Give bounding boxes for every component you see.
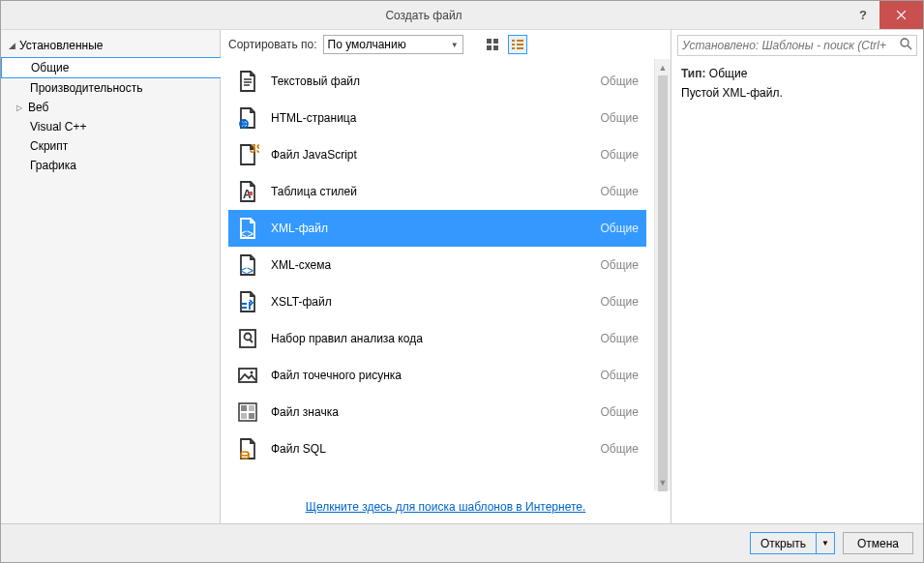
template-category: Общие xyxy=(601,369,639,382)
sidebar-item-4[interactable]: Скрипт xyxy=(1,136,220,156)
list-icon xyxy=(511,38,524,51)
svg-text:<>: <> xyxy=(240,264,253,277)
template-row[interactable]: Текстовый файлОбщие xyxy=(228,63,646,100)
scroll-down-button[interactable]: ▼ xyxy=(655,474,671,490)
svg-rect-4 xyxy=(512,40,515,42)
svg-rect-8 xyxy=(512,47,515,49)
file-html-icon xyxy=(236,106,259,130)
template-category: Общие xyxy=(601,258,639,272)
template-name: Файл SQL xyxy=(271,442,589,456)
template-name: Текстовый файл xyxy=(271,74,589,88)
file-rules-icon xyxy=(236,327,259,350)
template-category: Общие xyxy=(601,405,639,419)
sidebar-item-label: Производительность xyxy=(30,81,142,95)
details-description: Пустой XML-файл. xyxy=(681,86,913,100)
template-name: HTML-страница xyxy=(271,111,589,125)
svg-rect-3 xyxy=(493,45,498,50)
window-title: Создать файл xyxy=(1,9,847,22)
search-input[interactable] xyxy=(682,39,896,52)
help-button[interactable]: ? xyxy=(847,1,879,29)
sidebar-item-1[interactable]: Производительность xyxy=(1,78,220,98)
file-xml-icon: <> xyxy=(236,217,259,240)
template-category: Общие xyxy=(601,185,639,198)
open-button-label: Открыть xyxy=(751,533,816,553)
template-name: Файл значка xyxy=(271,405,589,419)
online-templates-link[interactable]: Щелкните здесь для поиска шаблонов в Инт… xyxy=(306,500,586,514)
template-category: Общие xyxy=(601,295,639,309)
svg-point-21 xyxy=(245,334,252,341)
template-row[interactable]: XSLT-файлОбщие xyxy=(228,283,646,320)
template-category: Общие xyxy=(601,442,639,456)
template-row[interactable]: AТаблица стилейОбщие xyxy=(228,173,646,210)
svg-rect-2 xyxy=(487,45,492,50)
scroll-up-button[interactable]: ▲ xyxy=(655,59,671,75)
file-sql-icon xyxy=(236,437,259,460)
template-name: XML-файл xyxy=(271,222,589,235)
template-name: XSLT-файл xyxy=(271,295,589,309)
svg-rect-29 xyxy=(249,413,254,419)
template-name: XML-схема xyxy=(271,258,589,272)
file-xslt-icon xyxy=(236,290,259,313)
template-name: Таблица стилей xyxy=(271,185,589,198)
template-row[interactable]: <>XML-файлОбщие xyxy=(228,210,646,247)
search-box[interactable] xyxy=(677,35,917,56)
template-row[interactable]: HTML-страницаОбщие xyxy=(228,100,646,136)
sidebar-item-2[interactable]: ▷Веб xyxy=(1,98,220,117)
svg-rect-9 xyxy=(517,47,523,49)
template-row[interactable]: <>XML-схемаОбщие xyxy=(228,247,646,283)
template-row[interactable]: JSФайл JavaScriptОбщие xyxy=(228,136,646,173)
sidebar-item-label: Графика xyxy=(30,159,76,172)
template-category: Общие xyxy=(601,332,639,345)
sidebar-item-label: Веб xyxy=(28,101,48,114)
template-category: Общие xyxy=(601,74,639,88)
template-row[interactable]: Набор правил анализа кодаОбщие xyxy=(228,320,646,357)
view-medium-icons-button[interactable] xyxy=(483,35,502,54)
template-row[interactable]: Файл SQLОбщие xyxy=(228,430,646,467)
sidebar-header-label: Установленные xyxy=(19,39,103,52)
template-row[interactable]: Файл точечного рисункаОбщие xyxy=(228,357,646,394)
scroll-thumb[interactable] xyxy=(658,75,668,491)
template-row[interactable]: Файл значкаОбщие xyxy=(228,394,646,430)
svg-text:<>: <> xyxy=(240,227,253,240)
svg-rect-17 xyxy=(249,192,253,195)
grid-icon xyxy=(486,38,499,51)
sidebar-item-0[interactable]: Общие xyxy=(1,57,221,78)
search-icon xyxy=(900,38,912,53)
sidebar-item-label: Общие xyxy=(31,61,69,74)
sidebar-item-label: Скрипт xyxy=(30,139,68,153)
template-name: Файл точечного рисунка xyxy=(271,369,589,382)
svg-rect-6 xyxy=(512,44,515,45)
view-small-icons-button[interactable] xyxy=(508,35,527,54)
svg-rect-27 xyxy=(249,405,254,411)
close-button[interactable] xyxy=(879,1,923,29)
template-name: Файл JavaScript xyxy=(271,148,589,162)
open-button[interactable]: Открыть ▼ xyxy=(750,532,835,554)
details-type-row: Тип: Общие xyxy=(681,67,913,80)
open-button-dropdown[interactable]: ▼ xyxy=(816,533,834,553)
button-bar: Открыть ▼ Отмена xyxy=(1,523,923,562)
svg-rect-28 xyxy=(241,413,247,419)
file-js-icon: JS xyxy=(236,143,259,166)
template-category: Общие xyxy=(601,148,639,162)
sort-dropdown[interactable]: По умолчанию ▼ xyxy=(323,35,463,54)
svg-rect-23 xyxy=(239,369,256,382)
sidebar-item-3[interactable]: Visual C++ xyxy=(1,117,220,136)
titlebar: Создать файл ? xyxy=(1,1,923,30)
chevron-down-icon: ▼ xyxy=(451,41,459,49)
svg-text:JS: JS xyxy=(250,143,259,156)
template-category: Общие xyxy=(601,111,639,125)
toolbar: Сортировать по: По умолчанию ▼ xyxy=(221,30,671,59)
sort-label: Сортировать по: xyxy=(228,38,317,51)
scrollbar[interactable]: ▲ ▼ xyxy=(654,59,671,490)
template-category: Общие xyxy=(601,222,639,235)
cancel-button[interactable]: Отмена xyxy=(843,532,913,554)
sidebar-item-label: Visual C++ xyxy=(30,120,86,133)
svg-line-22 xyxy=(250,340,253,342)
template-name: Набор правил анализа кода xyxy=(271,332,589,345)
details-type-value: Общие xyxy=(709,67,747,80)
sidebar-header[interactable]: ◢ Установленные xyxy=(1,36,220,55)
sidebar: ◢ Установленные ОбщиеПроизводительность▷… xyxy=(1,30,221,523)
svg-point-31 xyxy=(901,39,909,46)
file-css-icon: A xyxy=(236,180,259,203)
sidebar-item-5[interactable]: Графика xyxy=(1,156,220,175)
